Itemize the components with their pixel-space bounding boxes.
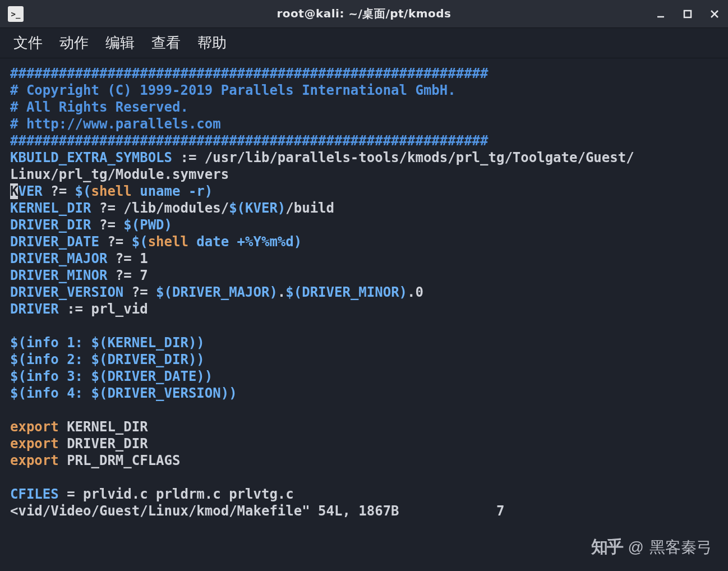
- menu-view[interactable]: 查看: [151, 33, 181, 53]
- var-ref: $(KVER): [229, 200, 285, 216]
- vim-status: <vid/Video/Guest/Linux/kmod/Makefile" 54…: [10, 503, 399, 519]
- zhihu-icon: 知乎: [591, 536, 623, 559]
- var-name: DRIVER_DIR: [10, 217, 91, 233]
- var-name: DRIVER_MAJOR: [10, 251, 107, 266]
- value: 1: [140, 251, 148, 266]
- var-ref: $(DRIVER_DATE): [91, 369, 205, 384]
- info-kw: info 1:: [26, 335, 91, 351]
- assign-op: ?=: [91, 217, 124, 233]
- shell-kw: shell: [148, 234, 188, 250]
- at-sign: @: [628, 538, 644, 556]
- close-paren: ): [196, 352, 204, 367]
- close-icon: [710, 10, 719, 19]
- dot: .: [278, 284, 285, 300]
- dollar-open: $(: [10, 352, 26, 367]
- dollar-open: $(: [132, 234, 148, 250]
- vim-status-right: 7: [496, 503, 504, 519]
- close-paren: ): [205, 369, 213, 384]
- close-paren: ): [205, 183, 213, 199]
- copyright-line: # All Rights Reserved.: [10, 99, 188, 115]
- dollar-open: $(: [10, 369, 26, 384]
- value: prlvid.c prldrm.c prlvtg.c: [83, 486, 294, 502]
- info-kw: info 2:: [26, 352, 91, 367]
- value: .0: [407, 284, 423, 300]
- copyright-line: # Copyright (C) 1999-2019 Parallels Inte…: [10, 82, 456, 98]
- path-text: /build: [285, 200, 334, 216]
- var-ref: $(DRIVER_MINOR): [285, 284, 407, 300]
- hash-line: ########################################…: [10, 66, 489, 81]
- window-title: root@kali: ~/桌面/pt/kmods: [277, 6, 451, 21]
- value: prl_vid: [91, 301, 148, 317]
- menu-file[interactable]: 文件: [13, 33, 43, 53]
- window-controls: [647, 0, 728, 27]
- export-var: KERNEL_DIR: [59, 419, 148, 435]
- cursor: K: [10, 183, 18, 199]
- var-ref: $(DRIVER_VERSION): [91, 385, 229, 401]
- assign-op: ?=: [107, 251, 140, 266]
- svg-rect-1: [684, 11, 691, 17]
- var-name: DRIVER: [10, 301, 59, 317]
- var-name: DRIVER_DATE: [10, 234, 99, 250]
- var-ref: $(DRIVER_DIR): [91, 352, 197, 367]
- assign-op: ?=: [107, 268, 140, 283]
- close-paren: ): [229, 385, 237, 401]
- assign-op: ?=: [123, 284, 156, 300]
- close-paren: ): [196, 335, 204, 351]
- var-name: DRIVER_VERSION: [10, 284, 123, 300]
- assign-op: ?=: [91, 200, 124, 216]
- terminal-content[interactable]: ########################################…: [0, 58, 728, 526]
- export-kw: export: [10, 419, 59, 435]
- watermark: 知乎 @黑客秦弓: [591, 536, 712, 559]
- path-text: /lib/modules/: [123, 200, 229, 216]
- export-kw: export: [10, 436, 59, 452]
- path-text: /usr/lib/parallels-tools/kmods/prl_tg/To…: [205, 150, 634, 165]
- assign-op: :=: [59, 301, 91, 317]
- shell-kw: shell: [91, 183, 132, 199]
- assign-op: =: [59, 486, 83, 502]
- menu-action[interactable]: 动作: [59, 33, 89, 53]
- info-kw: info 3:: [26, 369, 91, 384]
- var-ref: $(PWD): [123, 217, 172, 233]
- hash-line: ########################################…: [10, 133, 489, 149]
- menubar: 文件 动作 编辑 查看 帮助: [0, 28, 728, 58]
- var-name: VER: [18, 183, 42, 199]
- assign-op: :=: [172, 150, 205, 165]
- var-name: KBUILD_EXTRA_SYMBOLS: [10, 150, 172, 165]
- space: [132, 183, 140, 199]
- shell-cmd: uname -r: [140, 183, 205, 199]
- var-name: CFILES: [10, 486, 59, 502]
- var-ref: $(DRIVER_MAJOR): [156, 284, 278, 300]
- info-kw: info 4:: [26, 385, 91, 401]
- dollar-open: $(: [75, 183, 91, 199]
- export-var: DRIVER_DIR: [59, 436, 148, 452]
- terminal-icon: >_: [8, 6, 24, 22]
- maximize-icon: [683, 10, 692, 19]
- menu-edit[interactable]: 编辑: [105, 33, 135, 53]
- close-button[interactable]: [701, 0, 728, 27]
- copyright-line: # http://www.parallels.com: [10, 116, 221, 132]
- var-name: KERNEL_DIR: [10, 200, 91, 216]
- watermark-user: 黑客秦弓: [649, 537, 712, 558]
- assign-op: ?=: [43, 183, 75, 199]
- export-var: PRL_DRM_CFLAGS: [59, 453, 181, 468]
- minimize-icon: [656, 10, 665, 19]
- maximize-button[interactable]: [674, 0, 701, 27]
- dollar-open: $(: [10, 335, 26, 351]
- minimize-button[interactable]: [647, 0, 674, 27]
- value: 7: [140, 268, 148, 283]
- close-paren: ): [294, 234, 302, 250]
- menu-help[interactable]: 帮助: [197, 33, 227, 53]
- shell-cmd: date +%Y%m%d: [196, 234, 293, 250]
- titlebar: >_ root@kali: ~/桌面/pt/kmods: [0, 0, 728, 28]
- var-name: DRIVER_MINOR: [10, 268, 107, 283]
- var-ref: $(KERNEL_DIR): [91, 335, 197, 351]
- dollar-open: $(: [10, 385, 26, 401]
- assign-op: ?=: [99, 234, 132, 250]
- space: [188, 234, 196, 250]
- path-text: Linux/prl_tg/Module.symvers: [10, 167, 229, 182]
- export-kw: export: [10, 453, 59, 468]
